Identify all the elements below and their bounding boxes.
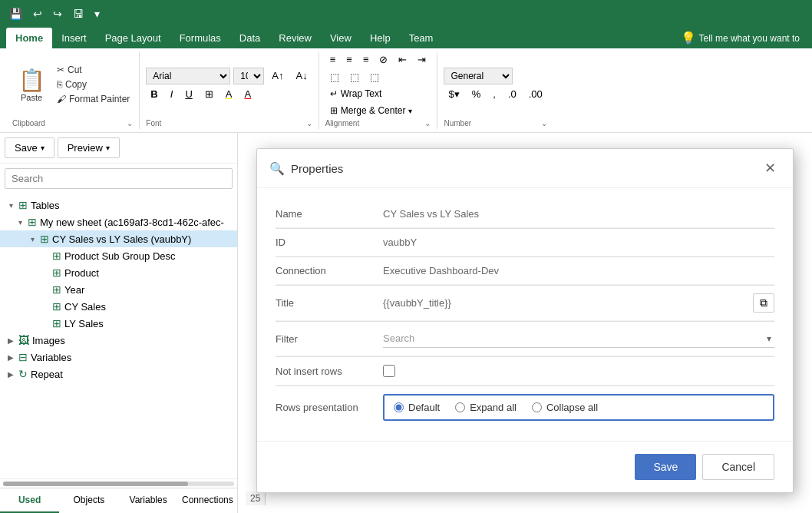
save-icon[interactable]: 💾 <box>6 6 25 22</box>
id-input[interactable] <box>383 237 774 248</box>
cut-button[interactable]: ✂ Cut <box>54 63 133 77</box>
orientation-button[interactable]: ⊘ <box>375 51 392 68</box>
indent-increase-button[interactable]: ⇥ <box>413 51 431 68</box>
align-top-center-button[interactable]: ≡ <box>342 51 357 68</box>
field-row-id: ID <box>276 229 774 256</box>
alignment-group-label: Alignment <box>325 119 359 129</box>
tree-item-cy-sales-table[interactable]: ▾ ⊞ CY Sales vs LY Sales (vaubbY) <box>0 230 237 247</box>
increase-decimal-button[interactable]: .00 <box>524 86 547 102</box>
tab-team[interactable]: Team <box>400 28 443 48</box>
paste-button[interactable]: 📋 Paste <box>12 65 51 105</box>
connection-input[interactable] <box>383 265 774 276</box>
title-copy-button[interactable]: ⧉ <box>753 293 774 313</box>
not-insert-rows-checkbox[interactable] <box>383 365 395 377</box>
tab-objects[interactable]: Objects <box>59 488 118 513</box>
not-insert-rows-checkbox-wrapper <box>383 365 395 377</box>
redo-icon[interactable]: ↪ <box>50 6 65 22</box>
tree-item-variables[interactable]: ▶ ⊟ Variables <box>0 349 237 366</box>
connection-value <box>383 265 774 276</box>
align-top-left-button[interactable]: ≡ <box>325 51 341 68</box>
radio-expand-all[interactable] <box>455 402 465 412</box>
preview-button[interactable]: Preview ▾ <box>58 137 120 158</box>
paste-icon: 📋 <box>18 68 45 93</box>
dialog-cancel-button[interactable]: Cancel <box>702 454 774 480</box>
italic-button[interactable]: I <box>166 86 178 102</box>
number-format-select[interactable]: General <box>444 68 513 84</box>
merge-center-button[interactable]: ⊞ Merge & Center ▾ <box>325 104 431 117</box>
tree-label-ly-sales: LY Sales <box>64 318 104 329</box>
font-color-button[interactable]: A <box>239 86 256 102</box>
comma-button[interactable]: , <box>488 86 500 102</box>
customize-icon[interactable]: ▾ <box>91 6 103 22</box>
align-center-button[interactable]: ⬚ <box>345 69 364 85</box>
radio-option-expand-all[interactable]: Expand all <box>455 402 517 413</box>
percent-button[interactable]: % <box>467 86 486 102</box>
border-button[interactable]: ⊞ <box>200 86 218 102</box>
align-right-button[interactable]: ⬚ <box>365 69 384 85</box>
tree-item-year[interactable]: ⊞ Year <box>0 281 237 298</box>
font-size-select[interactable]: 10 <box>233 68 264 84</box>
tree-item-tables[interactable]: ▾ ⊞ Tables <box>0 197 237 213</box>
title-label: Title <box>276 297 383 309</box>
radio-option-default[interactable]: Default <box>394 402 440 413</box>
clipboard-launcher-icon[interactable]: ⌄ <box>127 119 133 127</box>
align-top-right-button[interactable]: ≡ <box>358 51 374 68</box>
tab-connections[interactable]: Connections <box>178 488 237 513</box>
tab-insert[interactable]: Insert <box>52 28 96 48</box>
decrease-decimal-button[interactable]: .0 <box>503 86 521 102</box>
fill-color-button[interactable]: A <box>221 86 237 102</box>
tree-item-product-sub[interactable]: ⊞ Product Sub Group Desc <box>0 247 237 264</box>
left-scrollbar[interactable] <box>0 478 237 488</box>
preview-arrow-icon: ▾ <box>106 144 110 152</box>
tree-item-cy-sales[interactable]: ⊞ CY Sales <box>0 298 237 315</box>
tab-data[interactable]: Data <box>230 28 269 48</box>
paste-label: Paste <box>21 93 42 102</box>
format-painter-button[interactable]: 🖌 Format Painter <box>54 92 133 106</box>
dialog-close-button[interactable]: ✕ <box>760 158 781 178</box>
tree-item-repeat[interactable]: ▶ ↻ Repeat <box>0 366 237 382</box>
tree-item-ly-sales[interactable]: ⊞ LY Sales <box>0 315 237 332</box>
wrap-text-button[interactable]: ↵ Wrap Text <box>325 87 431 101</box>
radio-collapse-all[interactable] <box>532 402 542 412</box>
variables-icon: ⊟ <box>18 351 28 363</box>
align-left-button[interactable]: ⬚ <box>325 69 344 85</box>
copy-button[interactable]: ⎘ Copy <box>54 78 133 91</box>
tab-page-layout[interactable]: Page Layout <box>96 28 170 48</box>
preview-label: Preview <box>68 142 103 154</box>
radio-default[interactable] <box>394 402 404 412</box>
name-input[interactable] <box>383 208 774 220</box>
dialog-save-button[interactable]: Save <box>635 454 696 480</box>
radio-option-collapse-all[interactable]: Collapse all <box>532 402 598 413</box>
tab-review[interactable]: Review <box>269 28 321 48</box>
title-input[interactable] <box>383 297 747 309</box>
tree-toggle-tables: ▾ <box>6 201 15 210</box>
increase-font-button[interactable]: A↑ <box>267 68 288 84</box>
alignment-launcher-icon[interactable]: ⌄ <box>424 119 431 127</box>
tree-item-my-new-sheet[interactable]: ▾ ⊞ My new sheet (ac169af3-8cd1-462c-afe… <box>0 213 237 230</box>
save-button[interactable]: Save ▾ <box>5 137 54 158</box>
right-panel: 25 🔍 Properties ✕ Name <box>238 133 812 513</box>
font-launcher-icon[interactable]: ⌄ <box>306 119 312 127</box>
rows-presentation-label: Rows presentation <box>276 402 383 413</box>
scroll-track <box>3 482 234 486</box>
tree-item-images[interactable]: ▶ 🖼 Images <box>0 332 237 349</box>
undo-icon[interactable]: ↩ <box>30 6 45 22</box>
dollar-button[interactable]: $▾ <box>444 86 464 102</box>
number-launcher-icon[interactable]: ⌄ <box>541 119 547 127</box>
tab-used[interactable]: Used <box>0 488 59 513</box>
tab-variables[interactable]: Variables <box>119 488 178 513</box>
search-input[interactable] <box>5 168 233 189</box>
tab-help[interactable]: Help <box>361 28 400 48</box>
decrease-font-button[interactable]: A↓ <box>292 68 312 84</box>
filter-select[interactable]: Search <box>383 329 774 348</box>
indent-decrease-button[interactable]: ⇤ <box>394 51 411 68</box>
tree-item-product[interactable]: ⊞ Product <box>0 264 237 281</box>
tab-home[interactable]: Home <box>6 28 52 48</box>
disk-icon[interactable]: 🖫 <box>70 6 87 22</box>
repeat-icon: ↻ <box>18 368 28 380</box>
font-name-select[interactable]: Arial <box>146 68 230 84</box>
bold-button[interactable]: B <box>146 86 162 102</box>
underline-button[interactable]: U <box>180 86 196 102</box>
tab-view[interactable]: View <box>321 28 361 48</box>
tab-formulas[interactable]: Formulas <box>170 28 230 48</box>
